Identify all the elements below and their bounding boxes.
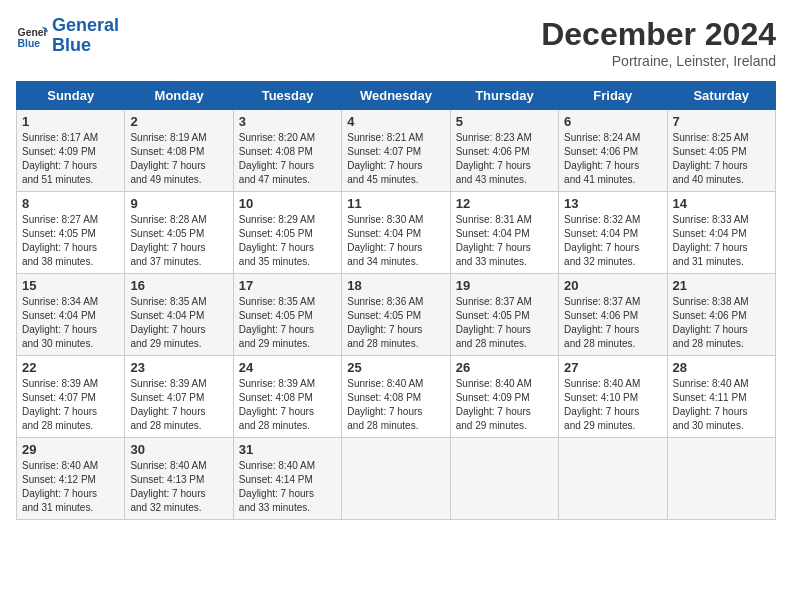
- day-number: 24: [239, 360, 336, 375]
- day-info: Sunrise: 8:40 AM Sunset: 4:09 PM Dayligh…: [456, 377, 553, 433]
- week-row-4: 22 Sunrise: 8:39 AM Sunset: 4:07 PM Dayl…: [17, 356, 776, 438]
- calendar-cell: 31 Sunrise: 8:40 AM Sunset: 4:14 PM Dayl…: [233, 438, 341, 520]
- day-number: 22: [22, 360, 119, 375]
- day-info: Sunrise: 8:35 AM Sunset: 4:05 PM Dayligh…: [239, 295, 336, 351]
- calendar-cell: 9 Sunrise: 8:28 AM Sunset: 4:05 PM Dayli…: [125, 192, 233, 274]
- calendar-cell: 15 Sunrise: 8:34 AM Sunset: 4:04 PM Dayl…: [17, 274, 125, 356]
- day-info: Sunrise: 8:34 AM Sunset: 4:04 PM Dayligh…: [22, 295, 119, 351]
- day-info: Sunrise: 8:24 AM Sunset: 4:06 PM Dayligh…: [564, 131, 661, 187]
- calendar-cell: 13 Sunrise: 8:32 AM Sunset: 4:04 PM Dayl…: [559, 192, 667, 274]
- calendar-cell: 28 Sunrise: 8:40 AM Sunset: 4:11 PM Dayl…: [667, 356, 775, 438]
- location: Portraine, Leinster, Ireland: [541, 53, 776, 69]
- logo: General Blue General Blue: [16, 16, 119, 56]
- calendar-cell: [450, 438, 558, 520]
- day-info: Sunrise: 8:40 AM Sunset: 4:11 PM Dayligh…: [673, 377, 770, 433]
- calendar-cell: [342, 438, 450, 520]
- day-number: 8: [22, 196, 119, 211]
- calendar-cell: 19 Sunrise: 8:37 AM Sunset: 4:05 PM Dayl…: [450, 274, 558, 356]
- day-number: 12: [456, 196, 553, 211]
- calendar-cell: 12 Sunrise: 8:31 AM Sunset: 4:04 PM Dayl…: [450, 192, 558, 274]
- calendar-cell: 25 Sunrise: 8:40 AM Sunset: 4:08 PM Dayl…: [342, 356, 450, 438]
- day-info: Sunrise: 8:29 AM Sunset: 4:05 PM Dayligh…: [239, 213, 336, 269]
- day-info: Sunrise: 8:32 AM Sunset: 4:04 PM Dayligh…: [564, 213, 661, 269]
- day-number: 29: [22, 442, 119, 457]
- day-info: Sunrise: 8:37 AM Sunset: 4:05 PM Dayligh…: [456, 295, 553, 351]
- header-thursday: Thursday: [450, 82, 558, 110]
- day-info: Sunrise: 8:36 AM Sunset: 4:05 PM Dayligh…: [347, 295, 444, 351]
- day-number: 11: [347, 196, 444, 211]
- day-number: 3: [239, 114, 336, 129]
- day-info: Sunrise: 8:37 AM Sunset: 4:06 PM Dayligh…: [564, 295, 661, 351]
- calendar-cell: 8 Sunrise: 8:27 AM Sunset: 4:05 PM Dayli…: [17, 192, 125, 274]
- title-block: December 2024 Portraine, Leinster, Irela…: [541, 16, 776, 69]
- week-row-2: 8 Sunrise: 8:27 AM Sunset: 4:05 PM Dayli…: [17, 192, 776, 274]
- calendar-cell: 24 Sunrise: 8:39 AM Sunset: 4:08 PM Dayl…: [233, 356, 341, 438]
- day-number: 27: [564, 360, 661, 375]
- calendar-cell: 7 Sunrise: 8:25 AM Sunset: 4:05 PM Dayli…: [667, 110, 775, 192]
- calendar-cell: 21 Sunrise: 8:38 AM Sunset: 4:06 PM Dayl…: [667, 274, 775, 356]
- day-number: 21: [673, 278, 770, 293]
- logo-text-line2: Blue: [52, 36, 119, 56]
- day-number: 25: [347, 360, 444, 375]
- day-info: Sunrise: 8:35 AM Sunset: 4:04 PM Dayligh…: [130, 295, 227, 351]
- svg-text:Blue: Blue: [18, 38, 41, 49]
- calendar-cell: 27 Sunrise: 8:40 AM Sunset: 4:10 PM Dayl…: [559, 356, 667, 438]
- day-number: 30: [130, 442, 227, 457]
- day-number: 26: [456, 360, 553, 375]
- calendar-cell: 6 Sunrise: 8:24 AM Sunset: 4:06 PM Dayli…: [559, 110, 667, 192]
- day-number: 13: [564, 196, 661, 211]
- day-number: 6: [564, 114, 661, 129]
- calendar-cell: 17 Sunrise: 8:35 AM Sunset: 4:05 PM Dayl…: [233, 274, 341, 356]
- logo-text-line1: General: [52, 16, 119, 36]
- calendar-cell: 29 Sunrise: 8:40 AM Sunset: 4:12 PM Dayl…: [17, 438, 125, 520]
- header-monday: Monday: [125, 82, 233, 110]
- day-number: 19: [456, 278, 553, 293]
- calendar-cell: 10 Sunrise: 8:29 AM Sunset: 4:05 PM Dayl…: [233, 192, 341, 274]
- day-number: 28: [673, 360, 770, 375]
- day-info: Sunrise: 8:19 AM Sunset: 4:08 PM Dayligh…: [130, 131, 227, 187]
- calendar-cell: 18 Sunrise: 8:36 AM Sunset: 4:05 PM Dayl…: [342, 274, 450, 356]
- calendar-cell: 11 Sunrise: 8:30 AM Sunset: 4:04 PM Dayl…: [342, 192, 450, 274]
- day-number: 7: [673, 114, 770, 129]
- calendar-cell: 4 Sunrise: 8:21 AM Sunset: 4:07 PM Dayli…: [342, 110, 450, 192]
- day-info: Sunrise: 8:39 AM Sunset: 4:07 PM Dayligh…: [22, 377, 119, 433]
- day-info: Sunrise: 8:17 AM Sunset: 4:09 PM Dayligh…: [22, 131, 119, 187]
- day-number: 23: [130, 360, 227, 375]
- calendar-table: Sunday Monday Tuesday Wednesday Thursday…: [16, 81, 776, 520]
- day-number: 31: [239, 442, 336, 457]
- day-info: Sunrise: 8:40 AM Sunset: 4:14 PM Dayligh…: [239, 459, 336, 515]
- day-number: 14: [673, 196, 770, 211]
- day-info: Sunrise: 8:33 AM Sunset: 4:04 PM Dayligh…: [673, 213, 770, 269]
- day-info: Sunrise: 8:28 AM Sunset: 4:05 PM Dayligh…: [130, 213, 227, 269]
- logo-icon: General Blue: [16, 20, 48, 52]
- calendar-cell: 26 Sunrise: 8:40 AM Sunset: 4:09 PM Dayl…: [450, 356, 558, 438]
- calendar-cell: [559, 438, 667, 520]
- day-info: Sunrise: 8:21 AM Sunset: 4:07 PM Dayligh…: [347, 131, 444, 187]
- day-number: 15: [22, 278, 119, 293]
- calendar-cell: 20 Sunrise: 8:37 AM Sunset: 4:06 PM Dayl…: [559, 274, 667, 356]
- day-info: Sunrise: 8:39 AM Sunset: 4:07 PM Dayligh…: [130, 377, 227, 433]
- day-info: Sunrise: 8:38 AM Sunset: 4:06 PM Dayligh…: [673, 295, 770, 351]
- calendar-cell: 16 Sunrise: 8:35 AM Sunset: 4:04 PM Dayl…: [125, 274, 233, 356]
- day-info: Sunrise: 8:20 AM Sunset: 4:08 PM Dayligh…: [239, 131, 336, 187]
- page-header: General Blue General Blue December 2024 …: [16, 16, 776, 69]
- calendar-cell: 30 Sunrise: 8:40 AM Sunset: 4:13 PM Dayl…: [125, 438, 233, 520]
- day-info: Sunrise: 8:25 AM Sunset: 4:05 PM Dayligh…: [673, 131, 770, 187]
- day-info: Sunrise: 8:40 AM Sunset: 4:08 PM Dayligh…: [347, 377, 444, 433]
- day-info: Sunrise: 8:40 AM Sunset: 4:13 PM Dayligh…: [130, 459, 227, 515]
- calendar-cell: 14 Sunrise: 8:33 AM Sunset: 4:04 PM Dayl…: [667, 192, 775, 274]
- header-row: Sunday Monday Tuesday Wednesday Thursday…: [17, 82, 776, 110]
- calendar-cell: 5 Sunrise: 8:23 AM Sunset: 4:06 PM Dayli…: [450, 110, 558, 192]
- week-row-3: 15 Sunrise: 8:34 AM Sunset: 4:04 PM Dayl…: [17, 274, 776, 356]
- day-number: 2: [130, 114, 227, 129]
- day-info: Sunrise: 8:30 AM Sunset: 4:04 PM Dayligh…: [347, 213, 444, 269]
- calendar-cell: 2 Sunrise: 8:19 AM Sunset: 4:08 PM Dayli…: [125, 110, 233, 192]
- calendar-cell: 23 Sunrise: 8:39 AM Sunset: 4:07 PM Dayl…: [125, 356, 233, 438]
- header-wednesday: Wednesday: [342, 82, 450, 110]
- calendar-cell: 3 Sunrise: 8:20 AM Sunset: 4:08 PM Dayli…: [233, 110, 341, 192]
- month-title: December 2024: [541, 16, 776, 53]
- calendar-cell: [667, 438, 775, 520]
- day-number: 1: [22, 114, 119, 129]
- day-info: Sunrise: 8:40 AM Sunset: 4:12 PM Dayligh…: [22, 459, 119, 515]
- day-number: 9: [130, 196, 227, 211]
